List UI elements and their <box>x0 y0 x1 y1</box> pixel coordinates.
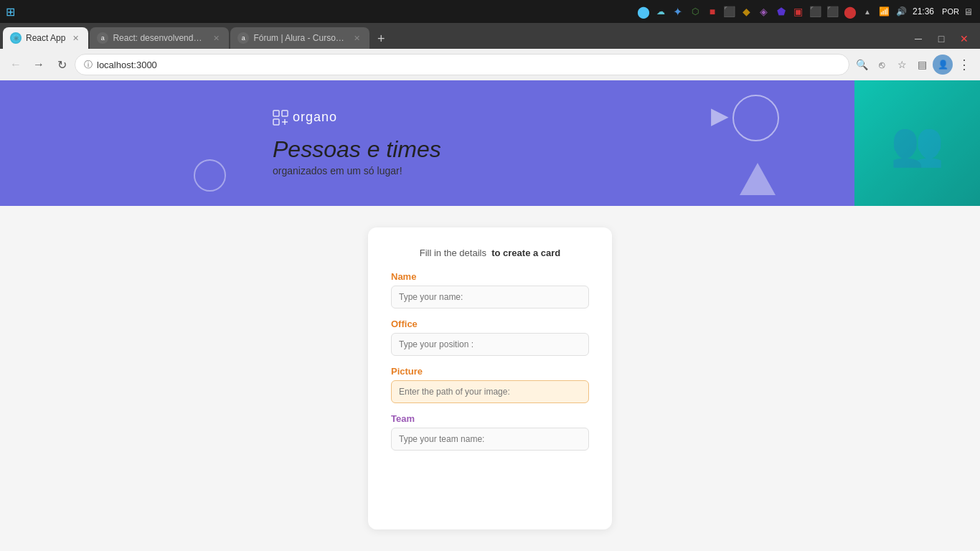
system-bar: ⊞ ⬤ ☁ ✦ ⬡ ■ ⬛ ◆ ◈ ⬟ ▣ ⬛ ⬛ ⬤ ▲ 📶 🔊 21:36 … <box>0 0 980 23</box>
minimize-button[interactable]: ─ <box>908 29 928 49</box>
logo-icon <box>273 110 288 126</box>
tab-react-app[interactable]: ⚛ React App ✕ <box>3 27 88 49</box>
search-icon[interactable]: 🔍 <box>852 55 871 74</box>
team-label: Team <box>391 413 589 424</box>
new-tab-button[interactable]: + <box>371 29 391 49</box>
form-title-plain: Fill in the details <box>420 248 486 258</box>
reload-button[interactable]: ↻ <box>52 55 72 75</box>
tab-title-forum: Fórum | Alura - Cursos online de <box>253 33 347 43</box>
hero-image <box>854 80 980 206</box>
deco-play-icon: ▶ <box>711 102 729 129</box>
form-title-bold: to create a card <box>491 248 560 258</box>
chevron-icon[interactable]: ▲ <box>861 5 874 18</box>
chrome2-icon: ⬤ <box>844 5 857 18</box>
bookmark-icon[interactable]: ☆ <box>892 55 911 74</box>
logo-text: organo <box>293 110 337 125</box>
chrome-icon: ⬤ <box>637 5 650 18</box>
system-time: 21:36 <box>913 6 940 17</box>
office-label: Office <box>391 319 589 329</box>
hero-team-photo <box>854 80 980 206</box>
office-input[interactable] <box>391 333 589 356</box>
system-tray: ⬤ ☁ ✦ ⬡ ■ ⬛ ◆ ◈ ⬟ ▣ ⬛ ⬛ ⬤ ▲ 📶 🔊 21:36 PO… <box>637 5 974 18</box>
hero-section: ▶ organo Pessoas e times organizados em … <box>0 80 980 206</box>
hero-content: organo Pessoas e times organizados em um… <box>0 110 441 176</box>
app3-icon: ◆ <box>740 5 753 18</box>
tab-favicon-curso: a <box>97 32 108 44</box>
address-lock-icon: ⓘ <box>84 59 93 71</box>
tab-favicon-forum: a <box>237 32 249 44</box>
vscode-icon: ✦ <box>672 5 684 18</box>
close-button[interactable]: ✕ <box>954 29 974 49</box>
forward-button[interactable]: → <box>29 55 49 75</box>
tab-close-forum[interactable]: ✕ <box>351 32 362 44</box>
locale-indicator: POR <box>944 5 957 18</box>
extension1-icon: ⬡ <box>689 5 702 18</box>
form-group-picture: Picture <box>391 366 589 403</box>
network-icon: 📶 <box>878 5 891 18</box>
sidebar-icon[interactable]: ▤ <box>913 55 931 74</box>
app8-icon: ⬛ <box>826 5 839 18</box>
picture-input[interactable] <box>391 380 589 403</box>
form-group-name: Name <box>391 271 589 309</box>
maximize-button[interactable]: □ <box>931 29 951 49</box>
address-actions: 🔍 ⎋ ☆ ▤ 👤 ⋮ <box>852 55 974 75</box>
deco-circle-large <box>732 95 779 141</box>
name-input[interactable] <box>391 286 589 309</box>
tab-close-react[interactable]: ✕ <box>70 32 81 44</box>
deco-triangle <box>740 163 776 195</box>
hero-title: Pessoas e times <box>273 137 441 162</box>
hero-subtitle: organizados em um só lugar! <box>273 165 441 176</box>
picture-label: Picture <box>391 366 589 377</box>
notification-icon[interactable]: 🖥 <box>961 5 974 18</box>
form-group-office: Office <box>391 319 589 356</box>
back-button[interactable]: ← <box>6 55 26 75</box>
volume-icon: 🔊 <box>895 5 908 18</box>
app7-icon: ⬛ <box>809 5 822 18</box>
browser-menu-button[interactable]: ⋮ <box>954 55 974 75</box>
browser-chrome: ⊞ ⬤ ☁ ✦ ⬡ ■ ⬛ ◆ ◈ ⬟ ▣ ⬛ ⬛ ⬤ ▲ 📶 🔊 21:36 … <box>0 0 980 80</box>
app5-icon: ⬟ <box>775 5 788 18</box>
cloud-icon: ☁ <box>654 5 667 18</box>
tab-title-curso: React: desenvolvendo com JavaS <box>113 33 206 43</box>
app4-icon: ◈ <box>758 5 771 18</box>
form-group-team: Team <box>391 413 589 451</box>
hero-logo: organo <box>273 110 441 126</box>
address-input-wrap[interactable]: ⓘ localhost:3000 <box>75 54 849 75</box>
app2-icon: ⬛ <box>723 5 736 18</box>
tab-favicon-react: ⚛ <box>10 32 22 44</box>
form-section: Fill in the details to create a card Nam… <box>0 206 980 551</box>
tab-forum-alura[interactable]: a Fórum | Alura - Cursos online de ✕ <box>230 27 369 49</box>
tab-title-react: React App <box>26 33 65 43</box>
profile-avatar[interactable]: 👤 <box>933 55 953 75</box>
taskbar-left: ⊞ <box>6 5 15 19</box>
svg-rect-0 <box>273 110 279 116</box>
team-input[interactable] <box>391 428 589 451</box>
share-icon[interactable]: ⎋ <box>872 55 891 74</box>
name-label: Name <box>391 271 589 282</box>
tab-react-curso[interactable]: a React: desenvolvendo com JavaS ✕ <box>90 27 229 49</box>
tab-close-curso[interactable]: ✕ <box>210 32 222 44</box>
address-bar: ← → ↻ ⓘ localhost:3000 🔍 ⎋ ☆ ▤ 👤 ⋮ <box>0 49 980 80</box>
window-controls: ─ □ ✕ <box>908 29 977 49</box>
form-card: Fill in the details to create a card Nam… <box>368 227 612 529</box>
tab-bar: ⚛ React App ✕ a React: desenvolvendo com… <box>0 23 980 49</box>
svg-rect-2 <box>273 119 279 125</box>
svg-rect-1 <box>282 110 288 116</box>
address-text: localhost:3000 <box>97 60 840 70</box>
app6-icon: ▣ <box>792 5 805 18</box>
form-card-title: Fill in the details to create a card <box>391 248 589 258</box>
page-content: ▶ organo Pessoas e times organizados em … <box>0 80 980 551</box>
app1-icon: ■ <box>706 5 719 18</box>
windows-icon[interactable]: ⊞ <box>6 5 15 19</box>
